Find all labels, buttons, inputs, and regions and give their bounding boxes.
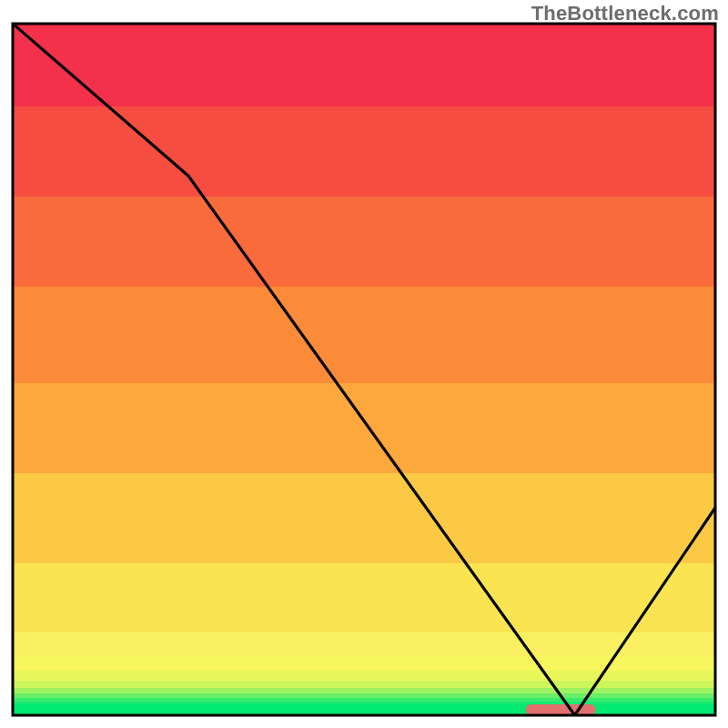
- bottleneck-chart: [0, 0, 728, 728]
- chart-background: [13, 24, 715, 715]
- chart-container: { "attribution": "TheBottleneck.com", "c…: [0, 0, 728, 728]
- optimal-range-marker: [526, 704, 596, 715]
